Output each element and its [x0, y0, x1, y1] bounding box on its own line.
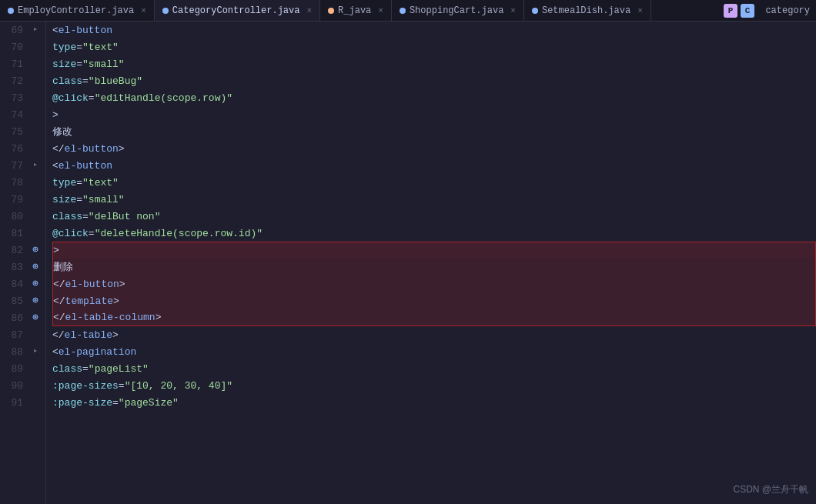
tab-dot-setmeal	[532, 8, 538, 14]
gutter-row: 83	[0, 259, 45, 275]
tab-close-setmeal[interactable]: ×	[637, 6, 643, 15]
code-line: 删除	[52, 259, 816, 275]
breakpoint-dot	[2, 349, 8, 355]
code-line: <el-pagination	[52, 343, 816, 360]
code-line: >	[52, 106, 816, 123]
tab-dot-category	[162, 8, 169, 14]
code-line: class="delBut non"	[52, 208, 816, 225]
fold-icon[interactable]	[29, 246, 42, 255]
code-line: </el-button>	[52, 140, 816, 157]
tab-r[interactable]: R_java ×	[320, 0, 392, 22]
gutter-row: 89	[0, 360, 45, 377]
fold-icon[interactable]	[29, 26, 42, 35]
chrome-icon: C	[741, 4, 754, 18]
breakpoint-dot	[2, 382, 8, 389]
gutter-row: 74	[0, 106, 45, 123]
gutter-row: 87	[0, 326, 45, 343]
tab-setmeal[interactable]: SetmealDish.java ×	[524, 0, 651, 22]
gutter-row: 88	[0, 343, 45, 360]
breakpoint-dot	[2, 44, 8, 50]
breakpoint-dot	[2, 399, 8, 406]
breakpoint-dot	[2, 162, 8, 169]
code-line: <el-button	[52, 157, 816, 174]
fold-icon[interactable]	[29, 162, 42, 170]
special-tab-label: category	[765, 5, 810, 16]
gutter-row: 76	[0, 140, 45, 157]
tab-close-shopping[interactable]: ×	[510, 6, 516, 15]
svg-marker-1	[34, 163, 37, 166]
code-line: </el-button>	[52, 275, 816, 292]
fold-icon[interactable]	[29, 280, 42, 289]
breakpoint-dot	[2, 365, 8, 372]
tab-label-category: CategoryController.java	[172, 5, 300, 16]
code-line: @click="deleteHandle(scope.row.id)"	[52, 225, 816, 242]
code-line: :page-sizes="[10, 20, 30, 40]"	[52, 377, 816, 394]
tab-dot-employ	[8, 8, 14, 14]
gutter-row: 79	[0, 191, 45, 208]
tab-category[interactable]: CategoryController.java ×	[155, 0, 320, 22]
code-line: </el-table>	[52, 326, 816, 343]
gutter-row: 78	[0, 174, 45, 191]
svg-marker-17	[34, 349, 37, 352]
tab-shopping[interactable]: ShoppingCart.java ×	[392, 0, 524, 22]
code-line: size="small"	[52, 55, 816, 72]
breakpoint-dot	[2, 332, 8, 338]
gutter-row: 81	[0, 225, 45, 242]
code-line: <el-button	[52, 22, 816, 38]
tab-dot-r	[328, 8, 334, 14]
gutter-row: 90	[0, 377, 45, 394]
code-line: class="blueBug"	[52, 72, 816, 89]
code-line: </template>	[52, 292, 816, 309]
gutter-row: 69	[0, 22, 45, 38]
gutter-row: 86	[0, 309, 45, 326]
code-line: >	[52, 242, 816, 259]
breakpoint-dot	[2, 281, 8, 287]
tab-special[interactable]: P C category	[717, 0, 816, 22]
gutter-row: 82	[0, 242, 45, 259]
breakpoint-dot	[2, 112, 8, 118]
gutter-row: 70	[0, 38, 45, 55]
breakpoint-dot	[2, 145, 8, 152]
code-line: type="text"	[52, 38, 816, 55]
breakpoint-dot	[2, 61, 8, 67]
breakpoint-dot	[2, 95, 8, 101]
gutter-row: 84	[0, 275, 45, 292]
tab-label-r: R_java	[338, 5, 371, 16]
code-line: </el-table-column>	[52, 309, 816, 326]
watermark: CSDN @兰舟千帆	[733, 483, 808, 496]
tab-close-r[interactable]: ×	[378, 6, 383, 15]
tab-close-category[interactable]: ×	[306, 6, 312, 15]
fold-icon[interactable]	[29, 263, 42, 272]
breakpoint-dot	[2, 179, 8, 185]
editor-area: 6970717273747576777879808182838485868788…	[0, 22, 816, 504]
gutter-row: 80	[0, 208, 45, 225]
breakpoint-dot	[2, 129, 8, 135]
fold-icon[interactable]	[29, 297, 42, 305]
gutter-row: 91	[0, 394, 45, 411]
gutter-row: 75	[0, 123, 45, 140]
breakpoint-dot	[2, 196, 8, 202]
gutter-row: 85	[0, 292, 45, 309]
code-line: type="text"	[52, 174, 816, 191]
code-line: class="pageList"	[52, 360, 816, 377]
code-line: @click="editHandle(scope.row)"	[52, 89, 816, 106]
gutter-row: 72	[0, 72, 45, 89]
code-content[interactable]: <el-button type="text" size="small" clas…	[46, 22, 816, 504]
code-line: size="small"	[52, 191, 816, 208]
tab-label-shopping: ShoppingCart.java	[410, 5, 503, 16]
line-gutter: 6970717273747576777879808182838485868788…	[0, 22, 46, 504]
breakpoint-dot	[2, 230, 8, 236]
tab-dot-shopping	[400, 8, 406, 14]
breakpoint-dot	[2, 78, 8, 84]
breakpoint-dot	[2, 298, 8, 304]
fold-icon[interactable]	[29, 348, 42, 356]
gutter-row: 77	[0, 157, 45, 174]
breakpoint-dot	[2, 213, 8, 219]
tab-close-employ[interactable]: ×	[141, 6, 146, 15]
tab-label-employ: EmployController.java	[18, 5, 134, 16]
code-line: :page-size="pageSize"	[52, 394, 816, 411]
purple-icon: P	[724, 4, 737, 18]
tab-employ[interactable]: EmployController.java ×	[0, 0, 155, 22]
fold-icon[interactable]	[29, 314, 42, 322]
gutter-row: 73	[0, 89, 45, 106]
